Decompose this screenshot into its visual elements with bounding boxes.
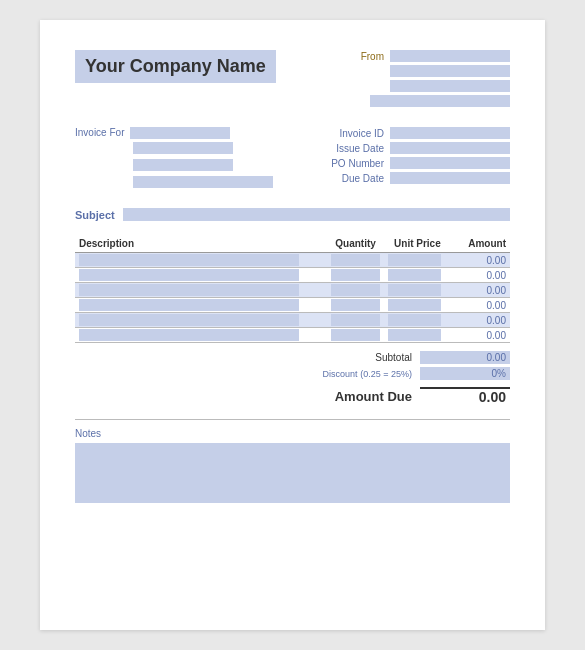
subtotal-row: Subtotal 0.00 (312, 351, 510, 364)
notes-label: Notes (75, 428, 510, 439)
from-name-field[interactable] (390, 50, 510, 62)
row6-amount[interactable]: 0.00 (445, 328, 510, 343)
bill-invoice-section: Invoice For Invoice ID Issue Date PO Num… (75, 127, 510, 190)
bill-to-section: Invoice For (75, 127, 273, 190)
due-date-field[interactable] (390, 172, 510, 184)
invoice-id-field[interactable] (390, 127, 510, 139)
invoice-page: Your Company Name From Invoice For (40, 20, 545, 630)
from-label: From (361, 51, 384, 62)
col-unit-price: Unit Price (384, 235, 445, 253)
col-amount: Amount (445, 235, 510, 253)
row6-price[interactable] (388, 329, 441, 341)
totals-section: Subtotal 0.00 Discount (0.25 = 25%) 0% A… (75, 351, 510, 405)
row3-qty[interactable] (331, 284, 380, 296)
due-date-label: Due Date (314, 173, 384, 184)
row6-desc[interactable] (79, 329, 299, 341)
table-row: 0.00 (75, 313, 510, 328)
amount-due-row: Amount Due 0.00 (312, 387, 510, 405)
col-description: Description (75, 235, 327, 253)
invoice-table: Description Quantity Unit Price Amount 0… (75, 235, 510, 343)
discount-note: (0.25 = 25%) (360, 369, 412, 379)
amount-due-value: 0.00 (420, 387, 510, 405)
row4-amount[interactable]: 0.00 (445, 298, 510, 313)
invoice-for-label: Invoice For (75, 127, 124, 138)
row5-qty[interactable] (331, 314, 380, 326)
row1-price[interactable] (388, 254, 441, 266)
discount-value[interactable]: 0% (420, 367, 510, 380)
table-row: 0.00 (75, 298, 510, 313)
from-city-field[interactable] (370, 95, 510, 107)
client-city-field[interactable] (133, 176, 273, 188)
subtotal-value[interactable]: 0.00 (420, 351, 510, 364)
notes-section: Notes (75, 419, 510, 503)
row2-qty[interactable] (331, 269, 380, 281)
from-section: From (361, 50, 510, 107)
row4-desc[interactable] (79, 299, 299, 311)
row5-desc[interactable] (79, 314, 299, 326)
client-address1-field[interactable] (133, 142, 233, 154)
row2-desc[interactable] (79, 269, 299, 281)
row2-amount[interactable]: 0.00 (445, 268, 510, 283)
subtotal-label: Subtotal (312, 352, 412, 363)
row1-desc[interactable] (79, 254, 299, 266)
discount-row: Discount (0.25 = 25%) 0% (312, 367, 510, 380)
header-section: Your Company Name From (75, 50, 510, 107)
issue-date-label: Issue Date (314, 143, 384, 154)
invoice-info-section: Invoice ID Issue Date PO Number Due Date (314, 127, 510, 190)
row2-price[interactable] (388, 269, 441, 281)
subject-label: Subject (75, 209, 115, 221)
row4-price[interactable] (388, 299, 441, 311)
row5-amount[interactable]: 0.00 (445, 313, 510, 328)
table-row: 0.00 (75, 253, 510, 268)
subject-row: Subject (75, 208, 510, 221)
client-name-field[interactable] (130, 127, 230, 139)
po-number-label: PO Number (314, 158, 384, 169)
client-address2-field[interactable] (133, 159, 233, 171)
row4-qty[interactable] (331, 299, 380, 311)
col-quantity: Quantity (327, 235, 384, 253)
po-number-field[interactable] (390, 157, 510, 169)
row5-price[interactable] (388, 314, 441, 326)
table-row: 0.00 (75, 283, 510, 298)
row1-qty[interactable] (331, 254, 380, 266)
company-name[interactable]: Your Company Name (75, 50, 276, 83)
row6-qty[interactable] (331, 329, 380, 341)
discount-label: Discount (0.25 = 25%) (312, 368, 412, 379)
issue-date-field[interactable] (390, 142, 510, 154)
invoice-id-label: Invoice ID (314, 128, 384, 139)
from-address1-field[interactable] (390, 65, 510, 77)
table-row: 0.00 (75, 268, 510, 283)
row1-amount[interactable]: 0.00 (445, 253, 510, 268)
amount-due-label: Amount Due (312, 389, 412, 404)
notes-field[interactable] (75, 443, 510, 503)
subject-field[interactable] (123, 208, 510, 221)
row3-desc[interactable] (79, 284, 299, 296)
table-row: 0.00 (75, 328, 510, 343)
row3-price[interactable] (388, 284, 441, 296)
row3-amount[interactable]: 0.00 (445, 283, 510, 298)
from-address2-field[interactable] (390, 80, 510, 92)
